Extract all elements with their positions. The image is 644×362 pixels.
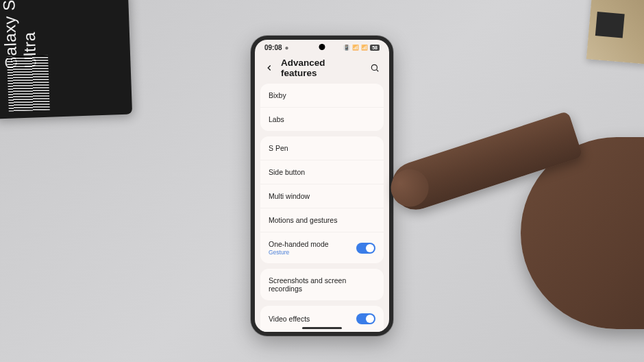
list-item-bixby[interactable]: Bixby xyxy=(260,84,384,108)
notification-dot-icon: ● xyxy=(285,44,289,51)
svg-point-0 xyxy=(371,64,377,70)
list-item-s-pen[interactable]: S Pen xyxy=(260,136,384,160)
search-button[interactable] xyxy=(369,62,381,74)
list-item-label: Motions and gestures xyxy=(269,216,337,224)
list-group: S Pen Side button Multi window Motions a… xyxy=(260,136,384,263)
chevron-left-icon xyxy=(264,63,274,73)
page-title: Advanced features xyxy=(281,58,363,78)
camera-punch-hole xyxy=(319,44,325,50)
list-item-label: S Pen xyxy=(269,144,288,152)
list-item-multi-window[interactable]: Multi window xyxy=(260,184,384,208)
search-icon xyxy=(370,63,380,73)
list-item-motions-gestures[interactable]: Motions and gestures xyxy=(260,208,384,232)
battery-badge: 58 xyxy=(370,45,380,51)
phone-screen: 09:08 ● 📳 📶 📶 58 Advanced features xyxy=(255,40,389,332)
back-button[interactable] xyxy=(263,62,275,74)
toggle-video-effects[interactable] xyxy=(356,313,375,324)
phone-device: 09:08 ● 📳 📶 📶 58 Advanced features xyxy=(251,36,393,336)
list-item-labs[interactable]: Labs xyxy=(260,108,384,131)
list-item-label: Side button xyxy=(269,168,305,176)
list-item-one-handed-mode[interactable]: One-handed mode Gesture xyxy=(260,232,384,263)
svg-line-1 xyxy=(377,70,379,72)
hand xyxy=(384,110,644,343)
gesture-bar[interactable] xyxy=(302,327,342,329)
product-box: Galaxy S25 Ultra xyxy=(0,0,132,119)
page-header: Advanced features xyxy=(255,53,389,84)
barcode xyxy=(7,56,50,112)
list-item-label: Multi window xyxy=(269,192,310,200)
list-item-label: Video effects xyxy=(269,315,310,323)
list-item-label: Labs xyxy=(269,115,284,123)
settings-list: Bixby Labs S Pen Side button xyxy=(255,84,389,332)
signal-icon: 📶 xyxy=(361,45,368,51)
list-item-label: Screenshots and screen recordings xyxy=(269,276,375,293)
toggle-one-handed-mode[interactable] xyxy=(356,243,375,254)
list-item-label: One-handed mode xyxy=(269,240,329,248)
list-item-side-button[interactable]: Side button xyxy=(260,160,384,184)
vibrate-icon: 📳 xyxy=(343,45,350,51)
list-group: Screenshots and screen recordings xyxy=(260,269,384,300)
list-item-label: Bixby xyxy=(269,91,286,99)
wood-block xyxy=(586,0,644,64)
wifi-icon: 📶 xyxy=(352,45,359,51)
list-item-sublabel: Gesture xyxy=(269,249,329,256)
list-group: Bixby Labs xyxy=(260,84,384,131)
list-item-screenshots[interactable]: Screenshots and screen recordings xyxy=(260,269,384,300)
status-time: 09:08 xyxy=(264,44,282,51)
